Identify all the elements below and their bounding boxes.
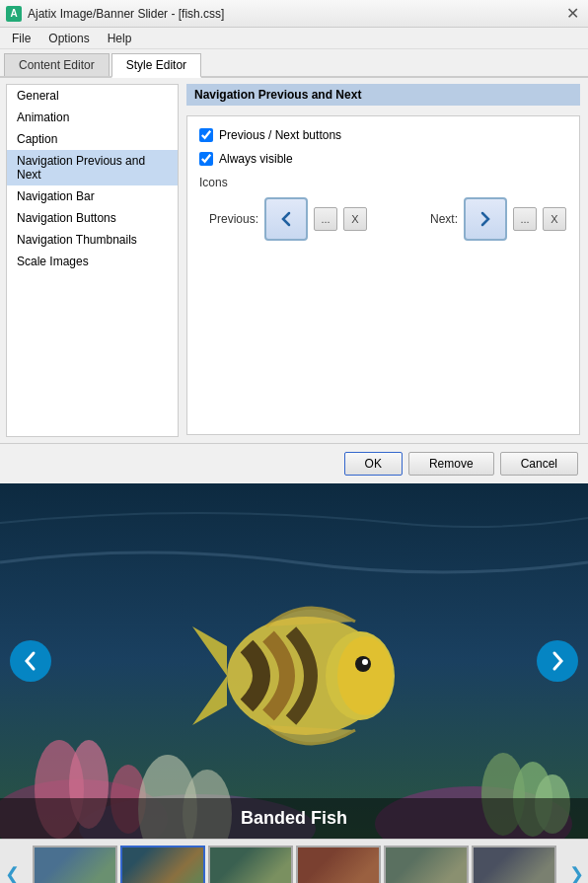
previous-main-button[interactable] (264, 197, 308, 241)
sidebar-item-caption[interactable]: Caption (7, 128, 178, 150)
thumbnail-3[interactable] (208, 846, 293, 884)
svg-point-17 (362, 659, 368, 665)
title-bar: A Ajatix Image/Banner Slider - [fish.css… (0, 0, 588, 28)
menu-file[interactable]: File (4, 30, 38, 47)
content-panel: Navigation Previous and Next Previous / … (179, 78, 588, 443)
close-button[interactable]: ✕ (562, 4, 582, 24)
thumbnail-6[interactable] (472, 846, 556, 884)
sidebar-item-scale-images[interactable]: Scale Images (7, 251, 178, 272)
menu-bar: File Options Help (0, 28, 588, 49)
slider-prev-arrow[interactable] (10, 640, 51, 682)
thumb-next-button[interactable]: ❯ (566, 849, 586, 884)
sidebar-item-nav-bar[interactable]: Navigation Bar (7, 185, 178, 207)
sidebar-item-nav-thumbnails[interactable]: Navigation Thumbnails (7, 229, 178, 251)
thumb-prev-button[interactable]: ❮ (2, 849, 22, 884)
menu-help[interactable]: Help (100, 30, 140, 47)
next-main-button[interactable] (464, 197, 507, 241)
sidebar-item-nav-prev-next[interactable]: Navigation Previous and Next (7, 150, 178, 185)
tab-bar: Content Editor Style Editor (0, 49, 588, 78)
slider-image (0, 483, 588, 839)
previous-x-button[interactable]: X (343, 207, 367, 231)
tab-style-editor[interactable]: Style Editor (111, 53, 201, 78)
caption-overlay: Banded Fish (0, 798, 588, 839)
section-header: Navigation Previous and Next (186, 84, 580, 106)
app-icon: A (6, 6, 22, 22)
icons-label: Icons (199, 176, 567, 189)
slider-next-arrow[interactable] (537, 640, 578, 682)
thumbnail-1[interactable] (33, 846, 117, 884)
always-visible-checkbox-row: Always visible (199, 152, 567, 166)
next-x-button[interactable]: X (543, 207, 566, 231)
window-title: Ajatix Image/Banner Slider - [fish.css] (28, 7, 224, 21)
prev-next-label: Previous / Next buttons (219, 128, 341, 142)
always-visible-label: Always visible (219, 152, 293, 166)
content-inner: Previous / Next buttons Always visible I… (186, 115, 580, 435)
thumbnail-4[interactable] (296, 846, 381, 884)
ok-button[interactable]: OK (344, 452, 403, 476)
previous-ellipsis-button[interactable]: ... (314, 207, 337, 231)
main-area: General Animation Caption Navigation Pre… (0, 78, 588, 443)
always-visible-checkbox[interactable] (199, 152, 213, 166)
sidebar-item-general[interactable]: General (7, 85, 178, 107)
svg-point-15 (337, 636, 393, 715)
next-label: Next: (399, 212, 458, 226)
sidebar-item-nav-buttons[interactable]: Navigation Buttons (7, 207, 178, 229)
prev-next-checkbox-row: Previous / Next buttons (199, 128, 567, 142)
sidebar-item-animation[interactable]: Animation (7, 107, 178, 128)
thumbnail-bar: ❮ ❯ (0, 839, 588, 883)
remove-button[interactable]: Remove (408, 452, 494, 476)
menu-options[interactable]: Options (40, 30, 97, 47)
button-bar: OK Remove Cancel (0, 443, 588, 483)
thumbnail-2[interactable] (120, 846, 205, 884)
cancel-button[interactable]: Cancel (500, 452, 578, 476)
previous-nav-row: Previous: ... X Next: (199, 197, 567, 241)
thumbs-container (22, 846, 566, 884)
slider-preview: Banded Fish (0, 483, 588, 839)
prev-next-checkbox[interactable] (199, 128, 213, 142)
sidebar: General Animation Caption Navigation Pre… (6, 84, 179, 437)
tab-content-editor[interactable]: Content Editor (4, 53, 110, 76)
title-bar-left: A Ajatix Image/Banner Slider - [fish.css… (6, 6, 224, 22)
thumbnail-5[interactable] (384, 846, 469, 884)
caption-text: Banded Fish (241, 808, 347, 828)
previous-label: Previous: (199, 212, 258, 226)
next-ellipsis-button[interactable]: ... (513, 207, 537, 231)
